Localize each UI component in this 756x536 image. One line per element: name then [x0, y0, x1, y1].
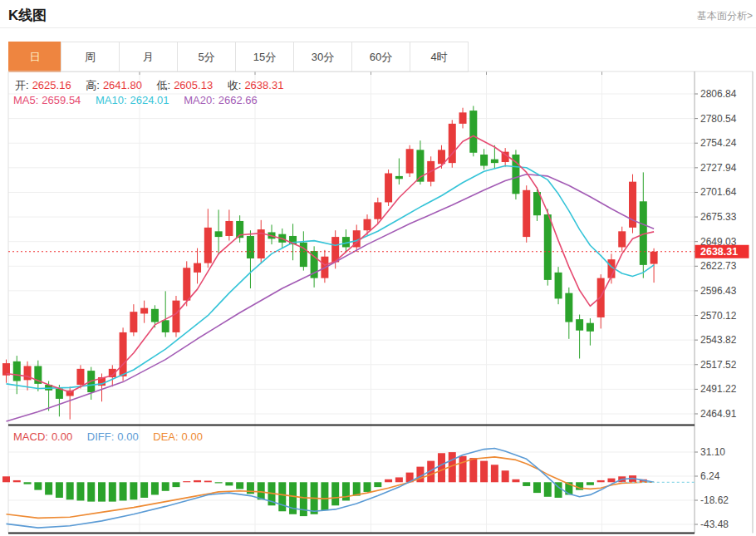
macd-bar[interactable]: [162, 482, 169, 490]
macd-bar[interactable]: [544, 482, 552, 496]
candle[interactable]: [491, 160, 498, 164]
macd-bar[interactable]: [24, 482, 32, 484]
macd-bar[interactable]: [225, 482, 233, 485]
candle[interactable]: [587, 323, 594, 332]
ma10-value: 2624.01: [130, 94, 169, 106]
candle[interactable]: [13, 361, 21, 381]
ma5-value: 2659.54: [42, 94, 81, 106]
ma-readout: MA5:2659.54 MA10:2624.01 MA20:2662.66: [13, 94, 261, 106]
close-value: 2638.31: [244, 79, 283, 91]
macd-bar[interactable]: [120, 482, 127, 500]
macd-bar[interactable]: [215, 482, 223, 483]
macd-bar[interactable]: [45, 482, 52, 494]
macd-bar[interactable]: [321, 482, 328, 510]
macd-bar[interactable]: [607, 479, 615, 483]
close-label: 收:: [228, 79, 242, 91]
macd-bar[interactable]: [56, 482, 63, 498]
macd-bar[interactable]: [258, 482, 265, 499]
candle[interactable]: [172, 301, 179, 332]
candle[interactable]: [120, 332, 127, 376]
macd-bar[interactable]: [533, 482, 541, 493]
macd-bar[interactable]: [523, 482, 530, 486]
macd-bar[interactable]: [140, 482, 148, 498]
diff-value: 0.00: [117, 430, 138, 443]
candle[interactable]: [459, 112, 467, 124]
macd-bar[interactable]: [109, 482, 116, 501]
macd-bar[interactable]: [331, 482, 339, 505]
candle[interactable]: [225, 221, 233, 236]
price-tick-label: 2675.33: [700, 211, 737, 223]
ma20-value: 2662.66: [218, 94, 258, 106]
macd-bar[interactable]: [151, 482, 159, 494]
macd-bar[interactable]: [395, 477, 403, 482]
macd-bar[interactable]: [204, 481, 212, 483]
macd-bar[interactable]: [87, 482, 95, 501]
candle[interactable]: [194, 263, 201, 273]
candle[interactable]: [204, 228, 212, 263]
candle[interactable]: [130, 312, 137, 332]
candle[interactable]: [151, 309, 159, 322]
macd-bar[interactable]: [130, 482, 137, 499]
candle[interactable]: [395, 176, 403, 179]
macd-value: 0.00: [52, 430, 72, 443]
last-price-badge-label: 2638.31: [700, 246, 738, 258]
high-value: 2641.80: [103, 79, 142, 91]
macd-bar[interactable]: [469, 458, 477, 482]
macd-bar[interactable]: [459, 456, 467, 482]
macd-bar[interactable]: [66, 482, 74, 499]
macd-bar[interactable]: [342, 482, 350, 500]
macd-bar[interactable]: [374, 482, 381, 487]
candle[interactable]: [406, 149, 414, 173]
candle[interactable]: [215, 231, 223, 237]
candle[interactable]: [247, 236, 254, 258]
candle[interactable]: [555, 273, 562, 299]
macd-bar[interactable]: [480, 461, 488, 483]
macd-bar[interactable]: [2, 476, 10, 482]
macd-bar[interactable]: [34, 482, 42, 489]
candle[interactable]: [576, 319, 583, 331]
macd-axis: 31.106.24-18.62-43.48: [700, 446, 729, 530]
candle[interactable]: [385, 174, 392, 203]
candle[interactable]: [480, 155, 488, 166]
macd-bar[interactable]: [183, 481, 190, 482]
macd-bar[interactable]: [491, 465, 498, 482]
macd-histogram[interactable]: [2, 452, 647, 516]
macd-bar[interactable]: [172, 482, 179, 487]
candle[interactable]: [523, 190, 530, 237]
macd-tick-label: 6.24: [700, 470, 720, 482]
candle[interactable]: [183, 268, 190, 300]
macd-bar[interactable]: [236, 482, 243, 489]
candle[interactable]: [374, 202, 381, 219]
ma5-label: MA5:: [13, 94, 38, 106]
macd-bar[interactable]: [587, 482, 594, 484]
macd-bar[interactable]: [194, 480, 201, 482]
candle[interactable]: [162, 320, 169, 332]
macd-label: MACD:: [13, 430, 48, 443]
candle[interactable]: [469, 111, 477, 153]
macd-bar[interactable]: [385, 479, 392, 482]
macd-bar[interactable]: [278, 482, 286, 511]
high-label: 高:: [86, 79, 100, 91]
macd-bar[interactable]: [98, 482, 106, 501]
macd-bar[interactable]: [300, 482, 307, 516]
macd-bar[interactable]: [438, 453, 445, 482]
price-tick-label: 2570.12: [700, 310, 737, 322]
candle[interactable]: [544, 214, 552, 280]
price-tick-label: 2464.91: [700, 408, 737, 420]
candle[interactable]: [650, 252, 658, 264]
ma10-label: MA10:: [96, 94, 127, 106]
candle[interactable]: [76, 369, 84, 385]
candle[interactable]: [140, 308, 148, 314]
macd-bar[interactable]: [502, 470, 509, 482]
candle[interactable]: [364, 219, 371, 231]
macd-bar[interactable]: [364, 482, 371, 492]
macd-bar[interactable]: [512, 479, 519, 482]
candle[interactable]: [300, 243, 307, 267]
macd-bar[interactable]: [76, 482, 84, 500]
macd-bar[interactable]: [13, 480, 21, 482]
macd-bar[interactable]: [597, 480, 605, 482]
candle[interactable]: [618, 231, 626, 247]
price-tick-label: 2806.84: [700, 88, 737, 100]
candle[interactable]: [565, 293, 572, 322]
price-tick-label: 2543.82: [700, 334, 737, 346]
